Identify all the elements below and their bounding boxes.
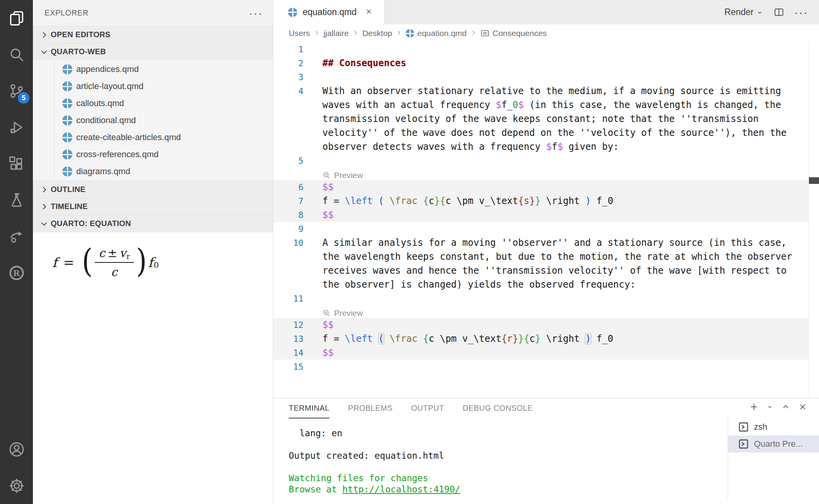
- sidebar-more-actions-icon[interactable]: ···: [249, 9, 263, 17]
- quarto-file-icon: [406, 29, 414, 38]
- code-line[interactable]: 15: [273, 360, 809, 374]
- file-tree-item[interactable]: diagrams.qmd: [33, 163, 273, 180]
- code-line[interactable]: 2## Consequences: [273, 56, 809, 70]
- code-text: f = \left ( \frac {c \pm v_\text{r}}{c} …: [303, 333, 613, 344]
- panel-tab-terminal[interactable]: TERMINAL: [289, 398, 329, 418]
- explorer-sidebar: EXPLORER ··· OPEN EDITORS QUARTO-WEB app…: [33, 0, 273, 504]
- localhost-link[interactable]: http://localhost:4190/: [342, 484, 460, 494]
- line-number: 15: [273, 362, 303, 372]
- file-tree-item[interactable]: create-citeable-articles.qmd: [33, 129, 273, 146]
- file-tree-item[interactable]: article-layout.qmd: [33, 78, 273, 95]
- editor-actions: Render ···: [725, 0, 819, 24]
- publish-icon[interactable]: [0, 218, 33, 255]
- terminal-session-zsh[interactable]: zsh: [728, 418, 819, 435]
- line-number: 14: [273, 348, 303, 358]
- breadcrumb-symbol[interactable]: Consequences: [480, 29, 547, 38]
- quarto-file-icon: [62, 149, 72, 159]
- new-terminal-icon[interactable]: [749, 402, 759, 411]
- code-text: velocity'' of the wave does not depend o…: [303, 127, 786, 138]
- zoom-in-icon: [322, 309, 331, 317]
- source-control-icon[interactable]: 5: [0, 73, 33, 109]
- code-line[interactable]: 13f = \left ( \frac {c \pm v_\text{r}}{c…: [273, 332, 809, 346]
- code-text: $$: [303, 209, 334, 220]
- code-line[interactable]: transmission velocity of the wave keeps …: [273, 112, 809, 126]
- explorer-icon[interactable]: [0, 0, 33, 36]
- terminal-icon: [738, 439, 749, 449]
- code-line[interactable]: 4With an observer stationary relative to…: [273, 84, 809, 98]
- code-text: $$: [303, 182, 334, 192]
- code-lens-row: Preview: [273, 305, 809, 318]
- code-line[interactable]: 1: [273, 42, 809, 56]
- file-tree-item[interactable]: conditional.qmd: [33, 112, 273, 129]
- code-line[interactable]: 8$$: [273, 208, 809, 222]
- panel-tab-debug-console[interactable]: DEBUG CONSOLE: [463, 398, 533, 418]
- chevron-right-icon: [39, 202, 49, 212]
- file-tree-item[interactable]: callouts.qmd: [33, 95, 273, 112]
- search-icon[interactable]: [0, 36, 33, 73]
- account-icon[interactable]: [0, 431, 33, 468]
- line-number: 8: [273, 210, 303, 220]
- breadcrumb-file[interactable]: equation.qmd: [406, 29, 466, 38]
- code-line[interactable]: 9: [273, 222, 809, 236]
- file-name: callouts.qmd: [76, 98, 124, 108]
- panel-tab-output[interactable]: OUTPUT: [411, 398, 444, 418]
- section-quarto-equation[interactable]: QUARTO: EQUATION: [33, 215, 273, 232]
- code-line[interactable]: 7f = \left ( \frac {c}{c \pm v_\text{s}}…: [273, 194, 809, 208]
- preview-lens-button[interactable]: Preview: [322, 171, 363, 180]
- r-lang-icon[interactable]: R: [0, 255, 33, 291]
- code-line[interactable]: the observer] is changed) yields the obs…: [273, 278, 809, 291]
- extensions-icon[interactable]: [0, 146, 33, 182]
- file-name: cross-references.qmd: [76, 149, 159, 159]
- settings-gear-icon[interactable]: [0, 468, 33, 504]
- maximize-panel-icon[interactable]: [781, 402, 790, 411]
- more-actions-icon[interactable]: ···: [794, 6, 808, 19]
- preview-lens-button[interactable]: Preview: [322, 309, 363, 318]
- close-tab-icon[interactable]: [365, 8, 373, 17]
- split-editor-icon[interactable]: [774, 7, 784, 17]
- editor-group: equation.qmd Render ··· Users jjallaire …: [273, 0, 819, 504]
- code-line[interactable]: 3: [273, 70, 809, 84]
- run-debug-icon[interactable]: [0, 109, 33, 146]
- code-text: $$: [303, 347, 334, 358]
- close-panel-icon[interactable]: [798, 402, 807, 411]
- code-line[interactable]: 6$$: [273, 180, 809, 194]
- code-line[interactable]: receives waves and hence the ''transmiss…: [273, 264, 809, 278]
- code-line[interactable]: 14$$: [273, 346, 809, 360]
- quarto-file-icon: [288, 8, 297, 17]
- render-button[interactable]: Render: [725, 7, 764, 17]
- section-open-editors[interactable]: OPEN EDITORS: [33, 26, 273, 43]
- chevron-right-icon: [39, 185, 49, 195]
- file-tree-item[interactable]: appendices.qmd: [33, 61, 273, 78]
- tab-equation-qmd[interactable]: equation.qmd: [273, 0, 384, 24]
- code-line[interactable]: 12$$: [273, 318, 809, 332]
- chevron-right-icon: [314, 29, 320, 38]
- section-outline[interactable]: OUTLINE: [33, 181, 273, 198]
- code-text: the observer] is changed) yields the obs…: [303, 279, 636, 290]
- line-number: 10: [273, 238, 303, 248]
- testing-icon[interactable]: [0, 182, 33, 218]
- section-quarto-web[interactable]: QUARTO-WEB: [33, 43, 273, 60]
- code-line[interactable]: 11: [273, 291, 809, 305]
- quarto-file-icon: [62, 98, 72, 108]
- line-number: 3: [273, 72, 303, 82]
- code-line[interactable]: velocity'' of the wave does not depend o…: [273, 126, 809, 140]
- panel-tab-problems[interactable]: PROBLEMS: [348, 398, 392, 418]
- code-line[interactable]: 10A similar analysis for a moving ''obse…: [273, 236, 809, 250]
- breadcrumb-desktop[interactable]: Desktop: [362, 29, 392, 38]
- breadcrumb-jjallaire[interactable]: jjallaire: [324, 29, 349, 38]
- terminal-session-quarto-pre-[interactable]: Quarto Pre...: [728, 435, 819, 453]
- code-line[interactable]: observer detects waves with a frequency …: [273, 140, 809, 154]
- code-line[interactable]: 5: [273, 154, 809, 168]
- lens-label: Preview: [334, 171, 363, 180]
- scrollbar-marker[interactable]: [809, 177, 819, 184]
- breadcrumb-users[interactable]: Users: [289, 29, 310, 38]
- code-editor[interactable]: 12## Consequences34With an observer stat…: [273, 42, 819, 398]
- line-number: 11: [273, 294, 303, 303]
- code-line[interactable]: the wavelength keeps constant, but due t…: [273, 250, 809, 264]
- file-name: create-citeable-articles.qmd: [76, 132, 181, 142]
- section-timeline[interactable]: TIMELINE: [33, 198, 273, 215]
- code-line[interactable]: waves with an actual frequency $f_0$ (in…: [273, 98, 809, 112]
- terminal-dropdown-icon[interactable]: [766, 403, 773, 410]
- tab-bar: equation.qmd Render ···: [273, 0, 819, 24]
- file-tree-item[interactable]: cross-references.qmd: [33, 146, 273, 163]
